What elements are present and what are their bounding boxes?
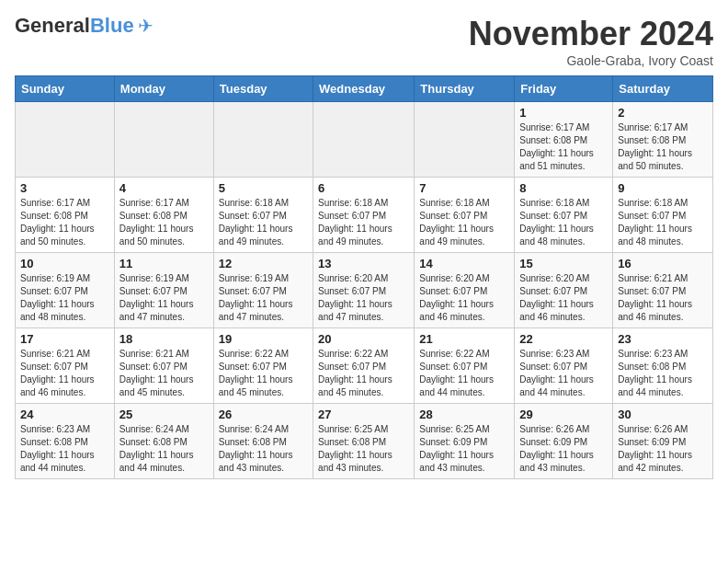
day-number: 4 — [119, 181, 209, 195]
day-info: Sunrise: 6:17 AM Sunset: 6:08 PM Dayligh… — [618, 121, 708, 173]
day-info: Sunrise: 6:26 AM Sunset: 6:09 PM Dayligh… — [618, 423, 708, 475]
day-cell — [114, 102, 213, 178]
day-cell: 24Sunrise: 6:23 AM Sunset: 6:08 PM Dayli… — [16, 404, 115, 479]
day-info: Sunrise: 6:24 AM Sunset: 6:08 PM Dayligh… — [219, 423, 308, 475]
day-info: Sunrise: 6:21 AM Sunset: 6:07 PM Dayligh… — [618, 272, 708, 324]
day-cell: 25Sunrise: 6:24 AM Sunset: 6:08 PM Dayli… — [114, 404, 213, 479]
header-monday: Monday — [114, 76, 213, 102]
day-cell: 18Sunrise: 6:21 AM Sunset: 6:07 PM Dayli… — [114, 328, 213, 404]
day-number: 27 — [318, 408, 409, 421]
day-cell: 12Sunrise: 6:19 AM Sunset: 6:07 PM Dayli… — [213, 253, 313, 328]
day-number: 16 — [618, 257, 708, 270]
day-cell: 21Sunrise: 6:22 AM Sunset: 6:07 PM Dayli… — [415, 328, 515, 404]
header-row: SundayMondayTuesdayWednesdayThursdayFrid… — [16, 76, 713, 102]
day-number: 30 — [618, 408, 708, 421]
day-number: 2 — [618, 106, 708, 120]
day-cell: 30Sunrise: 6:26 AM Sunset: 6:09 PM Dayli… — [613, 404, 713, 479]
day-cell: 7Sunrise: 6:18 AM Sunset: 6:07 PM Daylig… — [415, 178, 515, 253]
day-cell: 6Sunrise: 6:18 AM Sunset: 6:07 PM Daylig… — [313, 178, 415, 253]
logo-bird-icon: ✈ — [138, 15, 154, 37]
day-info: Sunrise: 6:22 AM Sunset: 6:07 PM Dayligh… — [219, 348, 308, 399]
day-info: Sunrise: 6:19 AM Sunset: 6:07 PM Dayligh… — [119, 272, 209, 324]
day-info: Sunrise: 6:18 AM Sunset: 6:07 PM Dayligh… — [219, 197, 308, 248]
location-subtitle: Gaole-Graba, Ivory Coast — [469, 53, 713, 68]
day-number: 9 — [618, 181, 708, 195]
header-saturday: Saturday — [613, 76, 713, 102]
day-info: Sunrise: 6:21 AM Sunset: 6:07 PM Dayligh… — [20, 348, 109, 399]
day-cell: 20Sunrise: 6:22 AM Sunset: 6:07 PM Dayli… — [313, 328, 415, 404]
header-wednesday: Wednesday — [313, 76, 415, 102]
logo-blue: Blue — [90, 14, 134, 37]
day-cell: 17Sunrise: 6:21 AM Sunset: 6:07 PM Dayli… — [16, 328, 115, 404]
day-info: Sunrise: 6:20 AM Sunset: 6:07 PM Dayligh… — [519, 272, 608, 324]
day-info: Sunrise: 6:22 AM Sunset: 6:07 PM Dayligh… — [419, 348, 509, 399]
month-title: November 2024 — [469, 15, 713, 53]
day-info: Sunrise: 6:22 AM Sunset: 6:07 PM Dayligh… — [318, 348, 409, 399]
day-cell — [415, 102, 515, 178]
day-info: Sunrise: 6:25 AM Sunset: 6:08 PM Dayligh… — [318, 423, 409, 475]
day-cell — [16, 102, 115, 178]
day-cell: 27Sunrise: 6:25 AM Sunset: 6:08 PM Dayli… — [313, 404, 415, 479]
day-info: Sunrise: 6:24 AM Sunset: 6:08 PM Dayligh… — [119, 423, 209, 475]
day-number: 8 — [519, 181, 608, 195]
day-cell: 28Sunrise: 6:25 AM Sunset: 6:09 PM Dayli… — [415, 404, 515, 479]
day-info: Sunrise: 6:18 AM Sunset: 6:07 PM Dayligh… — [318, 197, 409, 248]
day-number: 7 — [419, 181, 509, 195]
header-tuesday: Tuesday — [213, 76, 313, 102]
day-info: Sunrise: 6:18 AM Sunset: 6:07 PM Dayligh… — [519, 197, 608, 248]
day-cell: 3Sunrise: 6:17 AM Sunset: 6:08 PM Daylig… — [16, 178, 115, 253]
day-number: 17 — [20, 332, 109, 346]
day-number: 19 — [219, 332, 308, 346]
day-number: 5 — [219, 181, 308, 195]
week-row-5: 24Sunrise: 6:23 AM Sunset: 6:08 PM Dayli… — [16, 404, 713, 479]
day-cell: 29Sunrise: 6:26 AM Sunset: 6:09 PM Dayli… — [515, 404, 613, 479]
day-info: Sunrise: 6:25 AM Sunset: 6:09 PM Dayligh… — [419, 423, 509, 475]
day-number: 3 — [20, 181, 109, 195]
day-cell: 4Sunrise: 6:17 AM Sunset: 6:08 PM Daylig… — [114, 178, 213, 253]
day-cell: 5Sunrise: 6:18 AM Sunset: 6:07 PM Daylig… — [213, 178, 313, 253]
day-cell: 10Sunrise: 6:19 AM Sunset: 6:07 PM Dayli… — [16, 253, 115, 328]
day-number: 21 — [419, 332, 509, 346]
day-info: Sunrise: 6:21 AM Sunset: 6:07 PM Dayligh… — [119, 348, 209, 399]
day-cell: 2Sunrise: 6:17 AM Sunset: 6:08 PM Daylig… — [613, 102, 713, 178]
day-number: 14 — [419, 257, 509, 270]
day-info: Sunrise: 6:17 AM Sunset: 6:08 PM Dayligh… — [119, 197, 209, 248]
day-info: Sunrise: 6:18 AM Sunset: 6:07 PM Dayligh… — [419, 197, 509, 248]
day-info: Sunrise: 6:19 AM Sunset: 6:07 PM Dayligh… — [219, 272, 308, 324]
day-number: 6 — [318, 181, 409, 195]
day-number: 1 — [519, 106, 608, 120]
day-info: Sunrise: 6:23 AM Sunset: 6:08 PM Dayligh… — [618, 348, 708, 399]
day-cell — [313, 102, 415, 178]
page-header: GeneralBlue ✈ November 2024 Gaole-Graba,… — [15, 15, 713, 68]
day-number: 29 — [519, 408, 608, 421]
day-number: 23 — [618, 332, 708, 346]
day-number: 20 — [318, 332, 409, 346]
title-block: November 2024 Gaole-Graba, Ivory Coast — [469, 15, 713, 68]
day-cell: 11Sunrise: 6:19 AM Sunset: 6:07 PM Dayli… — [114, 253, 213, 328]
day-cell: 26Sunrise: 6:24 AM Sunset: 6:08 PM Dayli… — [213, 404, 313, 479]
header-sunday: Sunday — [16, 76, 115, 102]
day-cell: 8Sunrise: 6:18 AM Sunset: 6:07 PM Daylig… — [515, 178, 613, 253]
week-row-1: 1Sunrise: 6:17 AM Sunset: 6:08 PM Daylig… — [16, 102, 713, 178]
week-row-3: 10Sunrise: 6:19 AM Sunset: 6:07 PM Dayli… — [16, 253, 713, 328]
day-number: 18 — [119, 332, 209, 346]
day-number: 22 — [519, 332, 608, 346]
day-info: Sunrise: 6:18 AM Sunset: 6:07 PM Dayligh… — [618, 197, 708, 248]
day-info: Sunrise: 6:17 AM Sunset: 6:08 PM Dayligh… — [519, 121, 608, 173]
day-number: 28 — [419, 408, 509, 421]
logo-general: General — [15, 14, 90, 37]
header-thursday: Thursday — [415, 76, 515, 102]
day-number: 24 — [20, 408, 109, 421]
day-number: 10 — [20, 257, 109, 270]
day-cell: 14Sunrise: 6:20 AM Sunset: 6:07 PM Dayli… — [415, 253, 515, 328]
day-cell: 19Sunrise: 6:22 AM Sunset: 6:07 PM Dayli… — [213, 328, 313, 404]
day-cell: 15Sunrise: 6:20 AM Sunset: 6:07 PM Dayli… — [515, 253, 613, 328]
day-info: Sunrise: 6:20 AM Sunset: 6:07 PM Dayligh… — [318, 272, 409, 324]
day-cell: 22Sunrise: 6:23 AM Sunset: 6:07 PM Dayli… — [515, 328, 613, 404]
day-number: 26 — [219, 408, 308, 421]
day-cell: 16Sunrise: 6:21 AM Sunset: 6:07 PM Dayli… — [613, 253, 713, 328]
header-friday: Friday — [515, 76, 613, 102]
day-info: Sunrise: 6:19 AM Sunset: 6:07 PM Dayligh… — [20, 272, 109, 324]
calendar-table: SundayMondayTuesdayWednesdayThursdayFrid… — [15, 75, 713, 479]
day-info: Sunrise: 6:17 AM Sunset: 6:08 PM Dayligh… — [20, 197, 109, 248]
